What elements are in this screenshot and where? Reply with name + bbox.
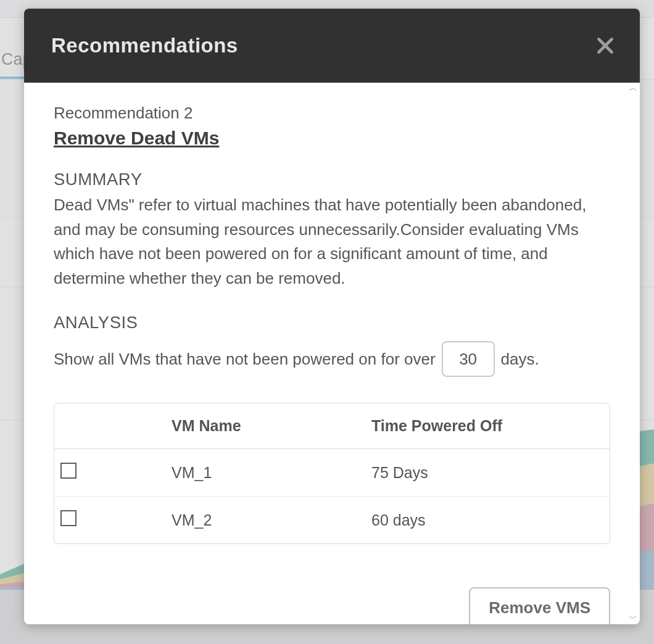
modal-header: Recommendations [24, 9, 640, 83]
analysis-sentence: Show all VMs that have not been powered … [54, 341, 610, 377]
cell-vm-name: VM_1 [165, 449, 365, 496]
remove-vms-button[interactable]: Remove VMS [469, 587, 610, 624]
days-threshold-input[interactable] [442, 341, 495, 377]
recommendation-title: Remove Dead VMs [54, 128, 610, 149]
cell-time-off: 60 days [365, 496, 610, 543]
analysis-heading: ANALYSIS [54, 313, 610, 332]
col-header-vm-name: VM Name [165, 403, 365, 449]
dead-vm-table: VM Name Time Powered Off VM_1 75 Days VM… [54, 403, 610, 544]
recommendations-modal: Recommendations ︿ ﹀ Recommendation 2 Rem… [24, 9, 640, 624]
row-checkbox[interactable] [60, 463, 77, 479]
cell-time-off: 75 Days [365, 449, 610, 496]
modal-body: Recommendation 2 Remove Dead VMs SUMMARY… [24, 83, 640, 624]
table-header-row: VM Name Time Powered Off [54, 403, 610, 449]
col-header-time-off: Time Powered Off [365, 403, 610, 449]
cell-vm-name: VM_2 [165, 496, 365, 543]
table-row: VM_1 75 Days [54, 449, 610, 496]
table-row: VM_2 60 days [54, 496, 610, 543]
modal-title: Recommendations [51, 34, 238, 57]
analysis-suffix: days. [501, 350, 539, 369]
summary-heading: SUMMARY [54, 170, 610, 189]
row-checkbox[interactable] [60, 510, 77, 526]
analysis-prefix: Show all VMs that have not been powered … [54, 350, 436, 369]
close-icon[interactable] [594, 35, 616, 57]
summary-text: Dead VMs" refer to virtual machines that… [54, 193, 590, 291]
recommendation-number: Recommendation 2 [54, 104, 610, 123]
